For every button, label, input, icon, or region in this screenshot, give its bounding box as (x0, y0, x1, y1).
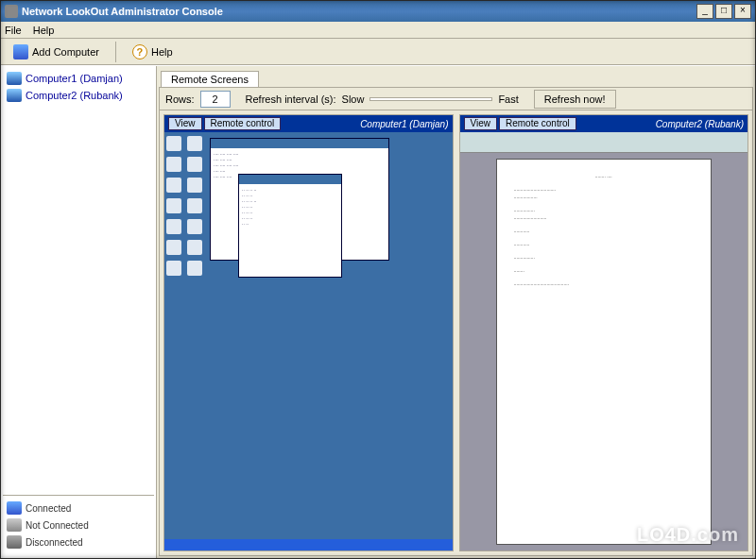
close-button[interactable]: × (734, 4, 751, 19)
legend-label: Connected (26, 503, 71, 514)
remote-app-toolbar (460, 132, 748, 153)
menu-help[interactable]: Help (33, 25, 55, 36)
maximize-button[interactable]: □ (715, 4, 732, 19)
refresh-now-button[interactable]: Refresh now! (534, 90, 616, 109)
refresh-label: Refresh interval (s): (246, 93, 336, 105)
help-button[interactable]: ? Help (126, 42, 180, 62)
tab-remote-screens[interactable]: Remote Screens (161, 71, 259, 87)
tree-item-computer1[interactable]: Computer1 (Damjan) (3, 70, 154, 87)
minimize-button[interactable]: _ (696, 4, 713, 19)
legend: Connected Not Connected Disconnected (3, 495, 154, 554)
window-title: Network LookOut Administrator Console (22, 6, 696, 17)
legend-label: Disconnected (26, 537, 83, 548)
remote-taskbar (164, 539, 453, 551)
card-header: View Remote control Computer2 (Rubank) (460, 115, 748, 132)
status-icon-connected (7, 501, 22, 515)
legend-label: Not Connected (26, 520, 89, 531)
sidebar: Computer1 (Damjan) Computer2 (Rubank) Co… (1, 66, 157, 558)
screen-thumbnail[interactable]: ········ ···· ··························… (460, 132, 748, 551)
tree-item-computer2[interactable]: Computer2 (Rubank) (3, 87, 154, 104)
body: Computer1 (Damjan) Computer2 (Rubank) Co… (1, 65, 755, 558)
screen-card-computer1: View Remote control Computer1 (Damjan) ·… (163, 114, 454, 551)
tree-item-label: Computer1 (Damjan) (26, 73, 123, 84)
app-icon (5, 5, 18, 18)
slow-label: Slow (342, 93, 365, 105)
monitor-icon (7, 89, 22, 102)
tabstrip: Remote Screens (159, 68, 753, 87)
view-button[interactable]: View (168, 117, 202, 130)
remote-window: ·· ·· ·· ···· ·· ···· ·· ·· ···· ·· ····… (238, 174, 342, 278)
add-computer-button[interactable]: Add Computer (7, 42, 106, 62)
app-window: Network LookOut Administrator Console _ … (0, 0, 756, 559)
rows-label: Rows: (165, 93, 195, 105)
status-icon-disconnected (7, 535, 22, 549)
add-computer-label: Add Computer (32, 46, 99, 58)
screen-thumbnail[interactable]: ···· ···· ···· ········ ···· ········ ··… (164, 132, 453, 551)
computer-tree: Computer1 (Damjan) Computer2 (Rubank) (3, 70, 154, 495)
menu-file[interactable]: File (5, 25, 22, 36)
help-label: Help (151, 46, 173, 58)
card-title: Computer1 (Damjan) (283, 119, 448, 129)
help-icon: ? (132, 44, 147, 59)
main-panel: Remote Screens Rows: Refresh interval (s… (157, 66, 755, 558)
toolbar: Add Computer ? Help (1, 39, 755, 65)
menubar: File Help (1, 22, 755, 39)
view-button[interactable]: View (464, 117, 498, 130)
tabpanel: Rows: Refresh interval (s): Slow Fast Re… (159, 87, 753, 556)
rows-input[interactable] (200, 91, 231, 108)
legend-connected: Connected (5, 500, 152, 517)
legend-not-connected: Not Connected (5, 517, 152, 534)
desktop-icons (166, 136, 204, 276)
remote-control-button[interactable]: Remote control (499, 117, 576, 130)
toolbar-separator (115, 42, 116, 62)
fast-label: Fast (498, 93, 518, 105)
monitor-icon (7, 72, 22, 85)
screen-grid: View Remote control Computer1 (Damjan) ·… (160, 110, 752, 555)
remote-doc-area: ········ ···· ··························… (460, 153, 748, 551)
titlebar: Network LookOut Administrator Console _ … (1, 1, 755, 22)
control-bar: Rows: Refresh interval (s): Slow Fast Re… (160, 88, 752, 110)
card-header: View Remote control Computer1 (Damjan) (164, 115, 453, 132)
screen-card-computer2: View Remote control Computer2 (Rubank) ·… (459, 114, 749, 551)
tree-item-label: Computer2 (Rubank) (26, 90, 123, 101)
status-icon-not-connected (7, 518, 22, 532)
card-title: Computer2 (Rubank) (578, 119, 744, 129)
computer-icon (13, 44, 28, 59)
remote-control-button[interactable]: Remote control (204, 117, 282, 130)
refresh-slider[interactable] (369, 97, 492, 101)
remote-document: ········ ···· ··························… (496, 159, 712, 545)
legend-disconnected: Disconnected (5, 534, 152, 551)
